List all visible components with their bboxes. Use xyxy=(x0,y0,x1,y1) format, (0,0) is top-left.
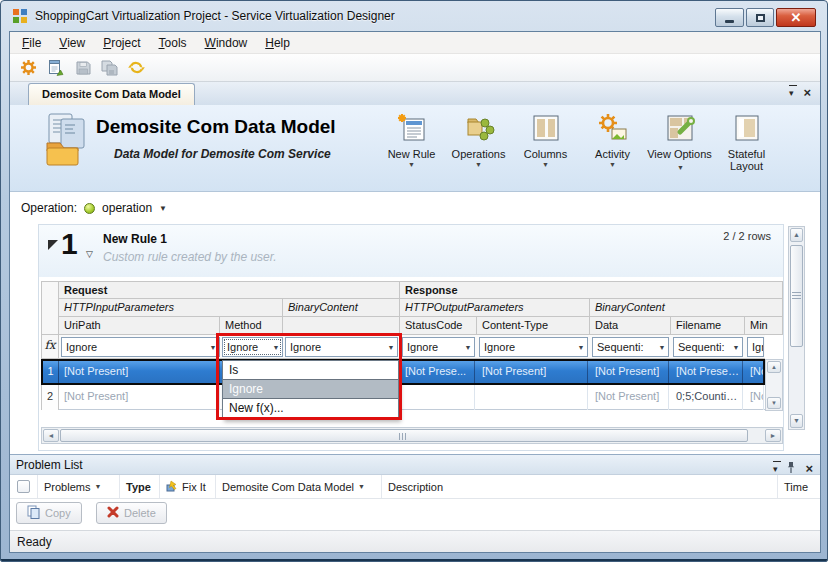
horizontal-scroll-thumb[interactable] xyxy=(60,429,748,442)
grid-column-header-content-type[interactable]: Content-Type xyxy=(477,317,590,335)
cell-r2-uripath[interactable]: [Not Present] xyxy=(61,385,220,410)
stateful-layout-button[interactable]: Stateful Layout xyxy=(713,110,780,172)
cell-r2-data[interactable]: [Not Present] xyxy=(592,385,669,410)
columns-button[interactable]: Columns ▼ xyxy=(512,110,579,172)
scroll-left-icon[interactable]: ◄ xyxy=(43,429,59,442)
rules-vertical-scrollbar[interactable]: ▲ ▼ xyxy=(788,226,805,430)
grid-column-header-data[interactable]: Data xyxy=(590,317,671,335)
filter-combo-uripath[interactable]: Ignore▼ xyxy=(61,337,220,357)
grid-vertical-scrollbar[interactable]: ▲ ▼ xyxy=(765,359,783,411)
copy-button[interactable]: Copy xyxy=(16,502,82,524)
view-options-button[interactable]: View Options ▼ xyxy=(646,110,713,172)
scroll-right-icon[interactable]: ► xyxy=(765,429,781,442)
cell-r2-statuscode[interactable] xyxy=(402,385,475,410)
scroll-down-icon[interactable]: ▼ xyxy=(767,397,781,409)
maximize-button[interactable] xyxy=(746,8,774,27)
cell-r1-uripath[interactable]: [Not Present] xyxy=(61,361,220,383)
delete-label: Delete xyxy=(124,507,156,519)
tab-list-menu-icon[interactable]: ▾ xyxy=(789,88,794,98)
vertical-scroll-thumb[interactable] xyxy=(790,245,803,347)
grid-group-httpoutputparameters[interactable]: HTTPOutputParameters xyxy=(400,299,590,317)
grid-column-header-statuscode[interactable]: StatusCode xyxy=(400,317,477,335)
scroll-down-icon[interactable]: ▼ xyxy=(790,414,803,428)
chevron-down-icon[interactable]: ▼ xyxy=(462,344,474,351)
title-bar[interactable]: ShoppingCart Virtualization Project - Se… xyxy=(1,1,827,31)
column-header-time[interactable]: Time xyxy=(778,475,820,498)
grid-column-header-filename[interactable]: Filename xyxy=(671,317,745,335)
filter-value: Sequenti: xyxy=(593,341,656,353)
cell-r2-min[interactable]: [Not Present] xyxy=(747,385,764,410)
menu-view[interactable]: View xyxy=(50,32,94,53)
filter-combo-min[interactable]: Ignore xyxy=(747,337,764,357)
minimize-button[interactable] xyxy=(715,8,744,27)
operations-icon xyxy=(445,112,512,148)
menu-tools[interactable]: Tools xyxy=(150,32,196,53)
cell-r1-statuscode[interactable]: [Not Prese... xyxy=(402,361,475,383)
save-icon[interactable] xyxy=(73,58,92,77)
cell-r2-content-type[interactable] xyxy=(479,385,588,410)
rule-collapse-icon[interactable] xyxy=(48,240,58,250)
grid-group-binarycontent-request[interactable]: BinaryContent xyxy=(283,299,400,317)
column-header-description[interactable]: Description xyxy=(382,475,778,498)
chevron-down-icon[interactable]: ▼ xyxy=(159,204,167,213)
column-header-type[interactable]: Type xyxy=(120,475,160,498)
close-icon: ✕ xyxy=(791,11,802,24)
new-from-template-icon[interactable] xyxy=(46,58,65,77)
select-all-checkbox-cell[interactable] xyxy=(10,475,38,498)
row-header-2[interactable]: 2 xyxy=(41,385,59,410)
cell-r1-min[interactable]: [Not Present] xyxy=(747,361,764,383)
status-message: Ready xyxy=(17,535,52,549)
fx-row-header: fx xyxy=(41,335,59,359)
row-header-1[interactable]: 1 xyxy=(43,361,59,383)
scroll-up-icon[interactable]: ▲ xyxy=(790,228,803,242)
operations-button[interactable]: Operations ▼ xyxy=(445,110,512,172)
tab-close-icon[interactable]: × xyxy=(803,87,811,99)
operation-selector[interactable]: Operation: operation ▼ xyxy=(21,201,167,215)
grid-column-header-min[interactable]: Min xyxy=(745,317,783,335)
settings-gear-icon[interactable] xyxy=(19,58,38,77)
rule-menu-icon[interactable]: ▽ xyxy=(86,249,93,259)
menu-project[interactable]: Project xyxy=(94,32,149,53)
chevron-down-icon[interactable]: ▼ xyxy=(730,344,742,351)
column-header-fix-it[interactable]: Fix It xyxy=(160,475,216,498)
operation-value[interactable]: operation xyxy=(102,201,152,215)
save-all-icon[interactable] xyxy=(100,58,119,77)
refresh-icon[interactable] xyxy=(127,58,146,77)
close-button[interactable]: ✕ xyxy=(776,8,816,27)
delete-icon xyxy=(107,506,119,520)
rule-name[interactable]: New Rule 1 xyxy=(103,232,167,246)
cell-r1-filename[interactable]: [Not Present] xyxy=(673,361,743,383)
cell-r1-content-type[interactable]: [Not Present] xyxy=(479,361,588,383)
column-header-data-model[interactable]: Demosite Com Data Model▼ xyxy=(216,475,382,498)
filter-combo-data[interactable]: Sequenti:▼ xyxy=(592,337,669,357)
grid-group-binarycontent-response[interactable]: BinaryContent xyxy=(590,299,783,317)
checkbox[interactable] xyxy=(17,480,30,493)
column-header-problems[interactable]: Problems▼ xyxy=(38,475,120,498)
cell-r2-filename[interactable]: 0;5;Countin... xyxy=(673,385,743,410)
filter-combo-statuscode[interactable]: Ignore▼ xyxy=(402,337,475,357)
problem-list-header[interactable]: Problem List ▾ × xyxy=(10,454,820,475)
filter-value: Ignore xyxy=(480,341,575,353)
chevron-down-icon[interactable]: ▼ xyxy=(656,344,668,351)
scroll-up-icon[interactable]: ▲ xyxy=(767,361,781,373)
grid-group-httpinputparameters[interactable]: HTTPInputParameters xyxy=(59,299,283,317)
grid-section-response[interactable]: Response xyxy=(400,281,783,299)
menu-window[interactable]: Window xyxy=(196,32,257,53)
rule-header[interactable]: 1 ▽ New Rule 1 Custom rule created by th… xyxy=(39,225,783,277)
grid-horizontal-scrollbar[interactable]: ◄ ► xyxy=(41,427,783,444)
filter-combo-filename[interactable]: Sequenti:▼ xyxy=(673,337,743,357)
new-rule-button[interactable]: New Rule ▼ xyxy=(378,110,445,172)
close-panel-icon[interactable]: × xyxy=(805,463,813,475)
menu-help[interactable]: Help xyxy=(256,32,299,53)
panel-menu-icon[interactable]: ▾ xyxy=(773,464,778,474)
grid-section-request[interactable]: Request xyxy=(59,281,400,299)
cell-r1-data[interactable]: [Not Present] xyxy=(592,361,669,383)
filter-value: Ignore xyxy=(403,341,462,353)
chevron-down-icon[interactable]: ▼ xyxy=(575,344,587,351)
grid-column-header-uripath[interactable]: UriPath xyxy=(59,317,220,335)
delete-button[interactable]: Delete xyxy=(96,502,167,524)
menu-file[interactable]: File xyxy=(13,32,50,53)
tab-demosite-com-data-model[interactable]: Demosite Com Data Model xyxy=(28,83,195,105)
activity-button[interactable]: Activity ▼ xyxy=(579,110,646,172)
filter-combo-content-type[interactable]: Ignore▼ xyxy=(479,337,588,357)
